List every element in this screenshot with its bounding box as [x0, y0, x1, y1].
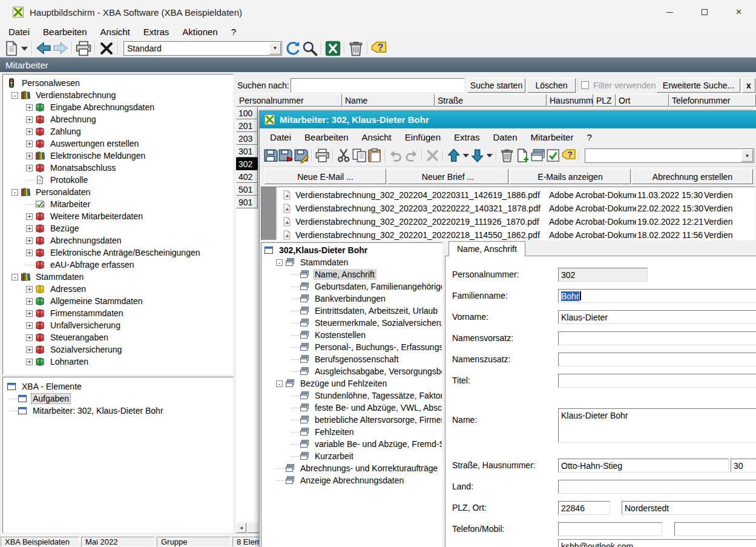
- tree-item-eau-abfrage-erfassen[interactable]: eAU-Abfrage erfassen: [3, 259, 233, 271]
- tree-item-bezüge-und-fehlzeiten[interactable]: -Bezüge und Fehlzeiten: [261, 377, 442, 390]
- tree-item-verdienstabrechnung[interactable]: -Verdienstabrechnung: [3, 89, 233, 101]
- back-button[interactable]: [35, 41, 52, 56]
- menu-item-aktionen[interactable]: Aktionen: [176, 25, 224, 39]
- refresh-button[interactable]: [284, 41, 301, 56]
- tree-item-xba-elemente[interactable]: XBA - Elemente: [3, 380, 233, 393]
- tree-item-stammdaten[interactable]: -Stammdaten: [261, 256, 442, 268]
- combobox-dropdown-button[interactable]: ▼: [269, 42, 281, 55]
- tree-item-anzeige-abrechnungsdaten[interactable]: Anzeige Abrechnungsdaten: [261, 474, 442, 486]
- tree-item-adressen[interactable]: +Adressen: [3, 283, 233, 295]
- field-input-straße-hausnummer[interactable]: Otto-Hahn-Stieg: [558, 459, 729, 472]
- menu-item-datei[interactable]: Datei: [263, 130, 298, 144]
- tree-item-stundenlöhne-tagessätze-faktoren[interactable]: Stundenlöhne, Tagessätze, Faktoren: [261, 390, 442, 402]
- save-plus-button[interactable]: [278, 148, 293, 163]
- tree-item-bezüge[interactable]: +Bezüge: [3, 222, 233, 234]
- cut-button[interactable]: [336, 148, 351, 163]
- tree-item-monatsabschluss[interactable]: +Monatsabschluss: [3, 162, 233, 174]
- menu-item-daten[interactable]: Daten: [487, 130, 524, 144]
- field-input-telefon-mobil[interactable]: [558, 522, 662, 536]
- tree-item-berufsgenossenschaft[interactable]: Berufsgenossenschaft: [261, 353, 442, 365]
- paste-button[interactable]: [367, 148, 382, 163]
- expand-box[interactable]: +: [26, 104, 33, 111]
- field-input-plz-ort-2[interactable]: Norderstedt: [622, 501, 756, 515]
- expand-box[interactable]: +: [26, 322, 33, 329]
- field-input-telefon-mobil-2[interactable]: [674, 522, 756, 536]
- expand-box[interactable]: +: [26, 250, 33, 256]
- column-header-plz[interactable]: PLZ: [593, 94, 616, 107]
- minimize-button[interactable]: [652, 0, 687, 24]
- employee-row-402[interactable]: 402: [236, 170, 258, 183]
- employee-row-501[interactable]: 501: [236, 183, 258, 196]
- tree-item-mitarbeiter-302-klaus-dieter-bohr[interactable]: Mitarbeiter: 302, Klaus-Dieter Bohr: [3, 405, 233, 417]
- field-input-familienname[interactable]: Bohr: [558, 289, 756, 303]
- collapse-box[interactable]: -: [12, 189, 18, 196]
- tree-item-unfallversicherung[interactable]: +Unfallversicherung: [3, 319, 233, 331]
- menu-item-einfügen[interactable]: Einfügen: [398, 130, 447, 144]
- search-start-button[interactable]: Suche starten: [467, 78, 525, 93]
- tree-item-steuermerkmale-sozialversicherung[interactable]: Steuermerkmale, Sozialversicherung: [261, 317, 442, 329]
- clear-button[interactable]: Löschen: [527, 78, 576, 93]
- tree-item-mitarbeiter[interactable]: Mitarbeiter: [3, 198, 233, 210]
- expand-box[interactable]: +: [26, 116, 33, 123]
- employee-row-901[interactable]: 901: [236, 196, 258, 208]
- menu-item-?[interactable]: ?: [225, 25, 243, 39]
- page-plus-button[interactable]: [515, 148, 530, 163]
- document-row[interactable]: Verdienstabrechnung_302_202203_20220222_…: [282, 202, 732, 215]
- tree-item-ausgleichsabgabe-versorgungsbezüge[interactable]: Ausgleichsabgabe, Versorgungsbezüge: [261, 365, 442, 377]
- check-button[interactable]: [545, 148, 560, 163]
- scroll-left-button[interactable]: ◄: [236, 523, 246, 533]
- employee-row-301[interactable]: 301: [236, 145, 258, 157]
- expand-box[interactable]: +: [26, 298, 33, 305]
- tree-item-fehlzeiten[interactable]: Fehlzeiten: [261, 426, 442, 438]
- tree-item-personalwesen[interactable]: Personalwesen: [3, 77, 233, 89]
- expand-box[interactable]: +: [26, 334, 33, 341]
- action-button-neuer-brief[interactable]: Neuer Brief ...: [387, 169, 508, 184]
- close-button[interactable]: ×: [721, 0, 756, 24]
- arrow-up-button[interactable]: [446, 148, 461, 163]
- expand-box[interactable]: +: [26, 165, 33, 171]
- employee-row-203[interactable]: 203: [236, 132, 258, 145]
- help-button[interactable]: ?: [561, 148, 576, 163]
- expand-box[interactable]: +: [26, 213, 33, 220]
- field-input-e-mail-adresse[interactable]: kshb@outlook.com: [558, 539, 756, 547]
- tree-item-eingabe-abrechnungsdaten[interactable]: +Eingabe Abrechnungsdaten: [3, 101, 233, 113]
- combobox-dropdown-button[interactable]: ▼: [741, 150, 753, 162]
- delete-dim-button[interactable]: [425, 148, 440, 163]
- tree-item-abrechnungs-und-korrekturaufträge[interactable]: Abrechnungs- und Korrekturaufträge: [261, 462, 442, 474]
- search-button[interactable]: [301, 41, 318, 56]
- redo-button[interactable]: [404, 148, 419, 163]
- tree-item-bankverbindungen[interactable]: Bankverbindungen: [261, 293, 442, 305]
- cards-button[interactable]: [530, 148, 545, 163]
- field-input-namensvorsatz[interactable]: [558, 331, 756, 345]
- expand-box[interactable]: +: [26, 286, 33, 293]
- tree-item-lohnarten[interactable]: +Lohnarten: [3, 356, 233, 368]
- forward-button[interactable]: [52, 41, 69, 56]
- copy-button[interactable]: [352, 148, 367, 163]
- toolbar-search-combobox[interactable]: ▼: [585, 148, 754, 163]
- menu-item-bearbeiten[interactable]: Bearbeiten: [36, 25, 94, 39]
- expand-box[interactable]: +: [26, 153, 33, 159]
- excel-button[interactable]: [324, 41, 341, 56]
- employee-row-201[interactable]: 201: [236, 119, 258, 132]
- field-input-name[interactable]: Klaus-Dieter Bohr: [558, 408, 756, 443]
- collapse-box[interactable]: -: [12, 274, 18, 280]
- tree-item-variable-be-und-abzüge-fremd-sv-bru[interactable]: variable Be- und Abzüge, Fremd-SV-Bru: [261, 438, 442, 450]
- tree-item-feste-be-und-abzüge-vwl-abschlag[interactable]: feste Be- und Abzüge, VWL, Abschlag:: [261, 402, 442, 414]
- tree-item-allgemeine-stammdaten[interactable]: +Allgemeine Stammdaten: [3, 295, 233, 307]
- expand-box[interactable]: +: [26, 128, 33, 135]
- delete-button[interactable]: [98, 41, 115, 56]
- dropdown-caret[interactable]: [485, 148, 494, 163]
- column-header-hausnummer[interactable]: Hausnummer: [547, 94, 593, 107]
- print-button[interactable]: [75, 41, 92, 56]
- employee-window-titlebar[interactable]: Mitarbeiter: 302, Klaus-Dieter Bohr: [260, 111, 756, 128]
- menu-item-extras[interactable]: Extras: [137, 25, 176, 39]
- tree-item-abrechnung[interactable]: +Abrechnung: [3, 113, 233, 125]
- column-header-telefonnummer[interactable]: Telefonnummer: [669, 94, 756, 107]
- field-input-personalnummer[interactable]: 302: [558, 268, 648, 282]
- tree-item-steuerangaben[interactable]: +Steuerangaben: [3, 331, 233, 343]
- undo-button[interactable]: [388, 148, 403, 163]
- tree-item-zahlung[interactable]: +Zahlung: [3, 125, 233, 138]
- tree-item-personal-buchungs-erfassungsgrupp[interactable]: Personal-, Buchungs-, Erfassungsgrupp: [261, 341, 442, 353]
- tree-item-eintrittsdaten-arbeitszeit-urlaub[interactable]: Eintrittsdaten, Arbeitszeit, Urlaub: [261, 305, 442, 317]
- print-button[interactable]: [315, 148, 330, 163]
